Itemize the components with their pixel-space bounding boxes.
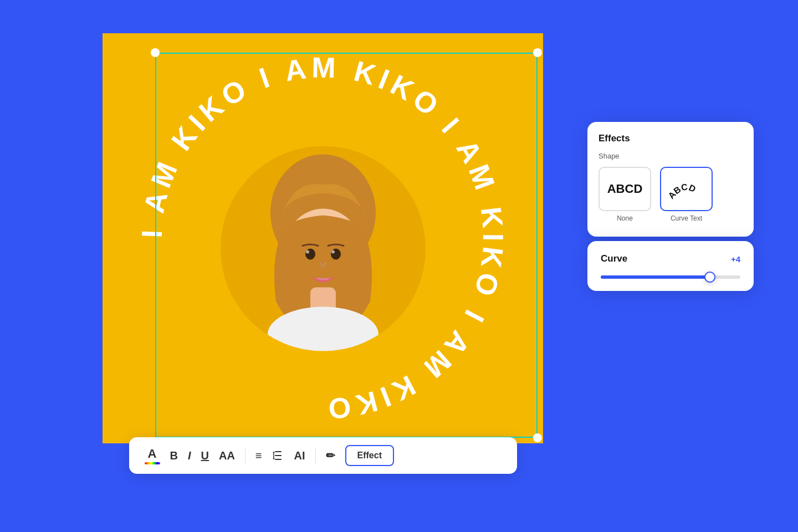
align-button[interactable]: ≡	[255, 449, 262, 462]
shape-none[interactable]: ABCD None	[598, 167, 651, 222]
curve-slider-fill	[601, 275, 710, 279]
bold-button[interactable]: B	[170, 449, 178, 462]
font-color-button[interactable]: A	[145, 447, 160, 464]
shape-curve-text-label: Curve Text	[671, 214, 702, 222]
effects-title: Effects	[598, 133, 743, 144]
effects-panel: Effects Shape ABCD None ABCD Curve Text	[587, 122, 754, 237]
shape-none-box[interactable]: ABCD	[598, 167, 651, 211]
italic-button[interactable]: I	[188, 449, 191, 462]
canvas-background: I AM KIKO I AM KIKO I AM KIKO I AM KIKO	[103, 33, 543, 443]
rainbow-bar	[145, 462, 160, 464]
separator-2	[315, 447, 316, 464]
svg-text:I AM KIKO I AM KIKO I AM KIKO : I AM KIKO I AM KIKO I AM KIKO I AM KIKO	[136, 52, 510, 426]
curve-header: Curve +4	[601, 253, 740, 264]
line-height-button[interactable]	[272, 449, 284, 462]
ai-button[interactable]: AI	[294, 449, 305, 462]
highlight-button[interactable]: ✏	[326, 449, 335, 462]
svg-text:ABCD: ABCD	[666, 182, 697, 200]
curve-slider-track[interactable]	[601, 275, 740, 279]
shape-curve-text-box[interactable]: ABCD	[660, 167, 713, 211]
curve-slider-thumb[interactable]	[704, 272, 715, 283]
shape-options: ABCD None ABCD Curve Text	[598, 167, 743, 222]
curve-title: Curve	[601, 253, 627, 264]
canvas-container: I AM KIKO I AM KIKO I AM KIKO I AM KIKO	[103, 33, 543, 443]
font-size-button[interactable]: AA	[219, 449, 235, 462]
shape-curve-text[interactable]: ABCD Curve Text	[660, 167, 713, 222]
curved-text-svg: I AM KIKO I AM KIKO I AM KIKO I AM KIKO	[103, 33, 543, 443]
underline-button[interactable]: U	[201, 449, 209, 462]
shape-none-label: None	[617, 214, 633, 222]
shape-label: Shape	[598, 152, 743, 160]
handle-bottom-right[interactable]	[533, 433, 542, 442]
curve-value: +4	[731, 254, 740, 264]
handle-top-right[interactable]	[533, 48, 542, 57]
toolbar: A B I U AA ≡ AI ✏	[129, 437, 517, 474]
handle-top-left[interactable]	[151, 48, 160, 57]
separator-1	[245, 447, 245, 464]
effect-button[interactable]: Effect	[345, 445, 394, 466]
curve-panel: Curve +4	[587, 241, 754, 291]
